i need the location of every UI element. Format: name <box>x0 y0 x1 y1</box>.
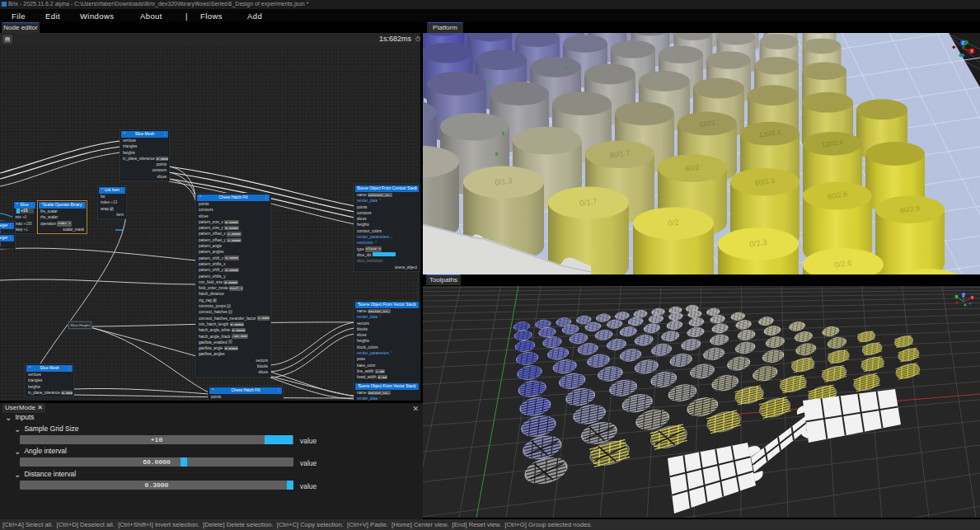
svg-text:X: X <box>971 296 973 300</box>
svg-text:Y: Y <box>955 295 958 299</box>
svg-text:Z: Z <box>963 293 965 298</box>
svg-text:X: X <box>970 49 973 54</box>
svg-text:0/2: 0/2 <box>667 218 679 228</box>
